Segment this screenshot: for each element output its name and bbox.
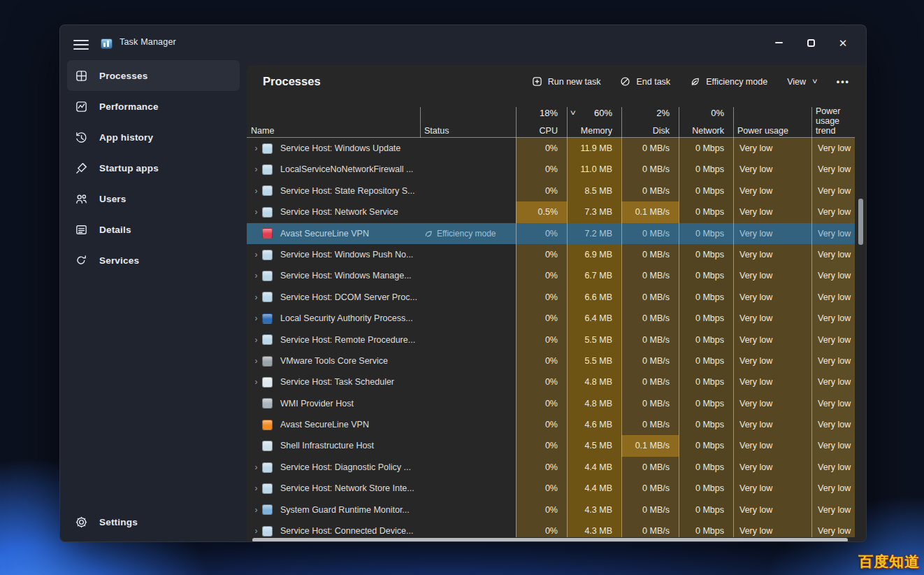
process-row[interactable]: ›Service Host: Connected Device...0%4.3 … [247, 520, 855, 537]
sidebar-item-settings[interactable]: Settings [67, 506, 240, 537]
process-row[interactable]: ›Service Host: Remote Procedure...0%5.5 … [247, 329, 855, 350]
network-cell: 0 Mbps [679, 223, 733, 244]
sidebar-item-startup-apps[interactable]: Startup apps [67, 152, 240, 183]
sidebar-item-label: Performance [99, 101, 159, 112]
process-row[interactable]: ›Service Host: Windows Update0%11.9 MB0 … [247, 138, 855, 159]
expand-chevron-icon[interactable]: › [250, 265, 262, 286]
status-cell [420, 287, 516, 308]
sidebar-item-performance[interactable]: Performance [67, 91, 240, 122]
network-cell: 0 Mbps [679, 138, 733, 159]
process-row[interactable]: ›Service Host: State Repository S...0%8.… [247, 180, 855, 201]
disk-cell: 0 MB/s [621, 457, 679, 478]
expand-chevron-icon[interactable]: › [250, 499, 262, 520]
column-header-tr[interactable]: Power usage trend [811, 107, 855, 138]
status-cell [420, 350, 516, 371]
performance-icon [74, 99, 88, 113]
column-usage-percent: 2% [621, 108, 679, 118]
column-label: CPU [516, 126, 567, 136]
process-row[interactable]: ›Service Host: Diagnostic Policy ...0%4.… [247, 457, 855, 478]
sidebar-item-details[interactable]: Details [67, 214, 240, 245]
expand-chevron-icon[interactable]: › [250, 201, 262, 222]
column-header-cpu[interactable]: 18%CPU [516, 107, 567, 138]
hamburger-menu-icon[interactable] [71, 36, 92, 54]
more-button[interactable]: ••• [837, 77, 850, 87]
sidebar-item-processes[interactable]: Processes [67, 60, 240, 91]
sidebar-item-users[interactable]: Users [67, 183, 240, 214]
cpu-cell: 0% [516, 499, 567, 520]
process-row[interactable]: ›Service Host: DCOM Server Proc...0%6.6 … [247, 287, 855, 308]
process-row[interactable]: ›WMI Provider Host0%4.8 MB0 MB/s0 MbpsVe… [247, 393, 855, 414]
column-header-name[interactable]: Name [247, 107, 420, 138]
titlebar: Task Manager ✕ [60, 25, 866, 60]
separator [679, 107, 679, 537]
horizontal-scrollbar[interactable] [252, 538, 848, 542]
status-cell [420, 308, 516, 329]
process-icon [262, 207, 273, 218]
process-row[interactable]: ›Service Host: Windows Manage...0%6.7 MB… [247, 265, 855, 286]
view-button[interactable]: View˅ [787, 77, 817, 87]
process-row[interactable]: ›Service Host: Task Scheduler0%4.8 MB0 M… [247, 371, 855, 392]
process-icon [262, 313, 273, 324]
column-header-mem[interactable]: 60%˅Memory [567, 107, 621, 138]
disk-cell: 0 MB/s [621, 520, 679, 537]
process-row[interactable]: ›Service Host: Network Service0.5%7.3 MB… [247, 201, 855, 222]
expand-chevron-icon[interactable]: › [250, 329, 262, 350]
cpu-cell: 0% [516, 457, 567, 478]
power-trend-cell: Very low [811, 393, 855, 414]
process-row[interactable]: ›Service Host: Network Store Inte...0%4.… [247, 478, 855, 499]
column-header-pow[interactable]: Power usage [733, 107, 811, 138]
process-row[interactable]: ›VMware Tools Core Service0%5.5 MB0 MB/s… [247, 350, 855, 371]
disk-cell: 0 MB/s [621, 308, 679, 329]
process-row[interactable]: ›Shell Infrastructure Host0%4.5 MB0.1 MB… [247, 435, 855, 456]
status-cell [420, 265, 516, 286]
expand-chevron-icon[interactable]: › [250, 478, 262, 499]
power-usage-cell: Very low [733, 435, 811, 456]
process-status: Efficiency mode [437, 223, 496, 244]
process-row[interactable]: ›Avast SecureLine VPNEfficiency mode0%7.… [247, 223, 855, 244]
process-icon [262, 377, 273, 388]
expand-chevron-icon[interactable]: › [250, 180, 262, 201]
network-cell: 0 Mbps [679, 159, 733, 180]
expand-chevron-icon[interactable]: › [250, 350, 262, 371]
expand-chevron-icon[interactable]: › [250, 457, 262, 478]
process-row[interactable]: ›Service Host: Windows Push No...0%6.9 M… [247, 244, 855, 265]
page-title: Processes [263, 75, 321, 88]
expand-chevron-icon[interactable]: › [250, 520, 262, 537]
process-row[interactable]: ›System Guard Runtime Monitor...0%4.3 MB… [247, 499, 855, 520]
minimize-button[interactable] [763, 25, 795, 60]
end-task-button[interactable]: End task [620, 76, 670, 87]
expand-chevron-icon[interactable]: › [250, 308, 262, 329]
column-label: Memory [567, 126, 621, 136]
run-new-task-button[interactable]: Run new task [532, 76, 601, 87]
cpu-cell: 0% [516, 265, 567, 286]
cpu-cell: 0% [516, 329, 567, 350]
services-icon [74, 253, 88, 267]
name-cell: ›Service Host: Diagnostic Policy ... [247, 457, 420, 478]
vertical-scrollbar[interactable] [858, 199, 863, 245]
sidebar-item-services[interactable]: Services [67, 245, 240, 276]
column-header-status[interactable]: Status [420, 107, 516, 138]
maximize-button[interactable] [795, 25, 827, 60]
power-trend-cell: Very low [811, 138, 855, 159]
process-row[interactable]: ›Avast SecureLine VPN0%4.6 MB0 MB/s0 Mbp… [247, 414, 855, 435]
expand-chevron-icon[interactable]: › [250, 244, 262, 265]
expand-chevron-icon[interactable]: › [250, 159, 262, 180]
leaf-icon [424, 229, 433, 238]
name-cell: ›Avast SecureLine VPN [247, 414, 420, 435]
efficiency-mode-button[interactable]: Efficiency mode [690, 76, 767, 87]
close-button[interactable]: ✕ [827, 25, 859, 60]
column-header-net[interactable]: 0%Network [679, 107, 733, 138]
sidebar-item-app-history[interactable]: App history [67, 122, 240, 152]
status-cell [420, 393, 516, 414]
expand-chevron-icon[interactable]: › [250, 287, 262, 308]
memory-cell: 7.3 MB [567, 201, 621, 222]
power-trend-cell: Very low [811, 329, 855, 350]
column-header-disk[interactable]: 2%Disk [621, 107, 679, 138]
process-row[interactable]: ›LocalServiceNoNetworkFirewall ...0%11.0… [247, 159, 855, 180]
power-trend-cell: Very low [811, 371, 855, 392]
expand-chevron-icon[interactable]: › [250, 138, 262, 159]
expand-chevron-icon[interactable]: › [250, 371, 262, 392]
memory-cell: 8.5 MB [567, 180, 621, 201]
process-row[interactable]: ›Local Security Authority Process...0%6.… [247, 308, 855, 329]
power-trend-cell: Very low [811, 265, 855, 286]
